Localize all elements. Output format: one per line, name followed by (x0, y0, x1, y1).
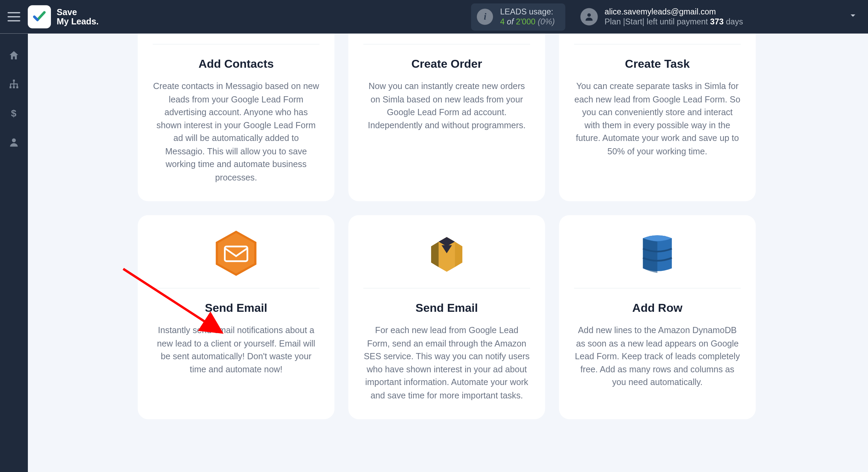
card-title: Create Order (411, 57, 482, 71)
info-icon: i (477, 9, 493, 25)
svg-rect-3 (13, 86, 15, 88)
card-description: Add new lines to the Amazon DynamoDB as … (574, 324, 741, 389)
integration-card-create-order[interactable]: S Create Order Now you can instantly cre… (349, 34, 545, 201)
sidebar-item-account[interactable] (0, 131, 28, 154)
sidebar-item-billing[interactable]: $ (0, 102, 28, 125)
integration-card-send-email-ses[interactable]: Send Email For each new lead from Google… (349, 215, 545, 419)
plan-suffix: days (724, 17, 743, 26)
card-divider (153, 44, 319, 45)
integration-card-send-email[interactable]: Send Email Instantly send email notifica… (138, 215, 334, 419)
card-description: Instantly send email notifications about… (153, 324, 319, 376)
integration-card-add-row-dynamodb[interactable]: Add Row Add new lines to the Amazon Dyna… (559, 215, 756, 419)
usage-used: 4 (500, 17, 505, 26)
account-email: alice.savemyleads@gmail.com (604, 7, 743, 17)
card-title: Add Row (632, 301, 683, 315)
leads-usage-text: LEADS usage: 4 of 2'000 (0%) (500, 7, 555, 27)
chevron-down-icon (848, 11, 858, 23)
usage-label: LEADS usage: (500, 7, 555, 17)
usage-of: of (505, 17, 516, 26)
integration-card-create-task[interactable]: S Create Task You can create separate ta… (559, 34, 756, 201)
hamburger-icon (8, 12, 20, 21)
card-divider (363, 288, 530, 289)
usage-total: 2'000 (516, 17, 536, 26)
card-title: Add Contacts (199, 57, 274, 71)
dynamodb-icon (635, 230, 680, 276)
card-divider (153, 288, 319, 289)
leads-usage-widget[interactable]: i LEADS usage: 4 of 2'000 (0%) (471, 3, 565, 30)
card-title: Send Email (205, 301, 267, 315)
card-description: Create contacts in Messagio based on new… (153, 80, 319, 184)
svg-rect-2 (10, 86, 12, 88)
brand-name: Save My Leads. (57, 7, 99, 26)
svg-text:$: $ (11, 108, 17, 119)
svg-rect-4 (16, 86, 18, 88)
card-description: For each new lead from Google Lead Form,… (363, 324, 530, 402)
svg-marker-13 (455, 242, 462, 267)
brand-line2: My Leads. (57, 17, 99, 26)
svg-point-6 (12, 139, 16, 142)
amazon-ses-icon (424, 230, 469, 276)
app-header: Save My Leads. i LEADS usage: 4 of 2'000… (0, 0, 868, 34)
brand-line1: Save (57, 7, 99, 17)
account-menu-button[interactable]: alice.savemyleads@gmail.com Plan |Start|… (580, 7, 858, 27)
card-divider (574, 44, 741, 45)
svg-marker-12 (431, 242, 439, 267)
card-title: Send Email (416, 301, 478, 315)
card-description: You can create separate tasks in Simla f… (574, 80, 741, 158)
svg-point-0 (587, 13, 591, 17)
card-divider (363, 44, 530, 45)
sidebar-item-home[interactable] (0, 44, 28, 67)
usage-pct: (0%) (535, 17, 555, 26)
avatar-icon (580, 8, 598, 25)
svg-rect-1 (13, 80, 15, 82)
integration-card-add-contacts[interactable]: messaggio Add Contacts Create contacts i… (138, 34, 334, 201)
card-divider (574, 288, 741, 289)
sidebar-item-connections[interactable] (0, 73, 28, 96)
card-description: Now you can instantly create new orders … (363, 80, 530, 132)
plan-days: 373 (710, 17, 724, 26)
menu-toggle-button[interactable] (0, 0, 28, 34)
sidebar: $ (0, 34, 28, 472)
card-title: Create Task (625, 57, 690, 71)
integration-grid: messaggio Add Contacts Create contacts i… (138, 34, 756, 419)
account-info: alice.savemyleads@gmail.com Plan |Start|… (604, 7, 743, 27)
main-content: messaggio Add Contacts Create contacts i… (28, 34, 868, 472)
email-hex-icon (213, 230, 259, 276)
app-logo[interactable] (28, 5, 51, 28)
plan-prefix: Plan |Start| left until payment (604, 17, 710, 26)
